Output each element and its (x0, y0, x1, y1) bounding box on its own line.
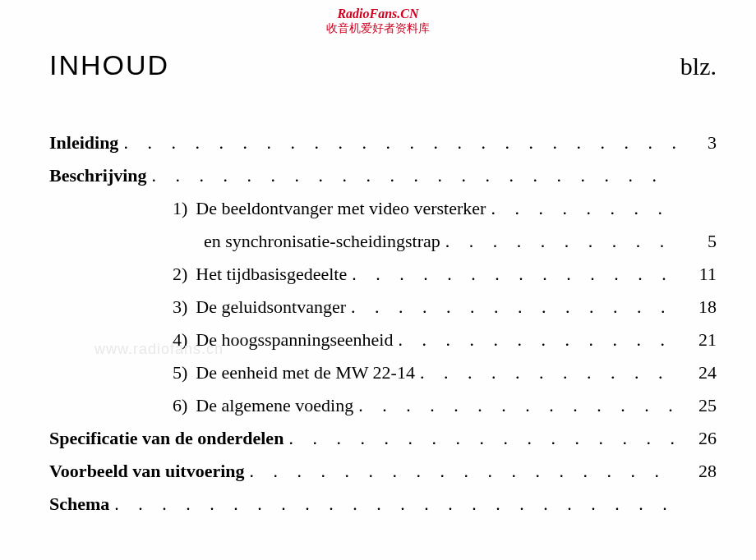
toc-dots (445, 232, 675, 250)
watermark-line2: 收音机爱好者资料库 (326, 21, 430, 36)
page-content: INHOUD blz. Inleiding 3 Beschrijving 1) … (0, 0, 756, 560)
toc-item-text: De beeldontvanger met video versterker (196, 200, 486, 218)
toc-entry-voorbeeld: Voorbeeld van uitvoering 28 (49, 462, 717, 480)
table-of-contents: Inleiding 3 Beschrijving 1) De beeldontv… (49, 134, 717, 513)
toc-item-continuation: en synchronisatie-scheidingstrap (204, 232, 440, 250)
toc-item-num: 1) (173, 200, 187, 218)
toc-entry-schema: Schema (49, 495, 717, 513)
toc-subentry: 3) De geluidsontvanger 18 (49, 298, 717, 316)
toc-page: 11 (680, 265, 717, 283)
toc-item-num: 5) (173, 364, 187, 382)
page-column-label: blz. (680, 53, 717, 80)
toc-entry-specificatie: Specificatie van de onderdelen 26 (49, 429, 717, 448)
toc-dots (152, 167, 675, 185)
page-title: INHOUD (49, 49, 169, 81)
toc-subentry: 1) De beeldontvanger met video versterke… (49, 200, 717, 218)
toc-label: Beschrijving (49, 167, 147, 185)
toc-page: 24 (680, 364, 717, 382)
toc-entry-inleiding: Inleiding 3 (49, 134, 717, 152)
toc-subentry: 2) Het tijdbasisgedeelte 11 (49, 265, 717, 283)
toc-page: 3 (680, 134, 717, 152)
toc-label: Voorbeeld van uitvoering (49, 462, 245, 480)
header-row: INHOUD blz. (49, 49, 717, 81)
toc-dots (351, 298, 675, 316)
toc-label: Specificatie van de onderdelen (49, 429, 284, 448)
toc-dots (250, 462, 675, 480)
toc-page: 25 (680, 397, 717, 415)
toc-item-text: De eenheid met de MW 22-14 (196, 364, 415, 382)
toc-subentry: 6) De algemene voeding 25 (49, 397, 717, 415)
toc-page: 5 (680, 232, 717, 250)
toc-entry-beschrijving: Beschrijving (49, 167, 717, 185)
toc-page: 26 (680, 429, 717, 448)
toc-item-text: Het tijdbasisgedeelte (196, 265, 347, 283)
toc-dots (491, 200, 675, 218)
toc-item-num: 3) (173, 298, 187, 316)
watermark-line1: RadioFans.CN (326, 7, 430, 21)
toc-dots (114, 495, 675, 513)
watermark-side: www.radiofans.cn (94, 341, 224, 358)
toc-item-num: 6) (173, 397, 187, 415)
toc-page: 28 (680, 462, 717, 480)
toc-dots (420, 364, 675, 382)
toc-subentry-continuation: en synchronisatie-scheidingstrap 5 (49, 232, 717, 250)
toc-dots (358, 397, 675, 415)
toc-item-text: De geluidsontvanger (196, 298, 346, 316)
toc-dots (352, 265, 675, 283)
toc-item-text: De algemene voeding (196, 397, 353, 415)
toc-label: Inleiding (49, 134, 118, 152)
toc-item-num: 2) (173, 265, 187, 283)
toc-dots (398, 331, 675, 349)
toc-dots (288, 429, 675, 448)
toc-page: 18 (680, 298, 717, 316)
watermark-top: RadioFans.CN 收音机爱好者资料库 (326, 7, 430, 36)
toc-item-text: De hoogsspanningseenheid (196, 331, 393, 349)
toc-page: 21 (680, 331, 717, 349)
toc-dots (123, 134, 675, 152)
toc-label: Schema (49, 495, 109, 513)
toc-subentry: 5) De eenheid met de MW 22-14 24 (49, 364, 717, 382)
